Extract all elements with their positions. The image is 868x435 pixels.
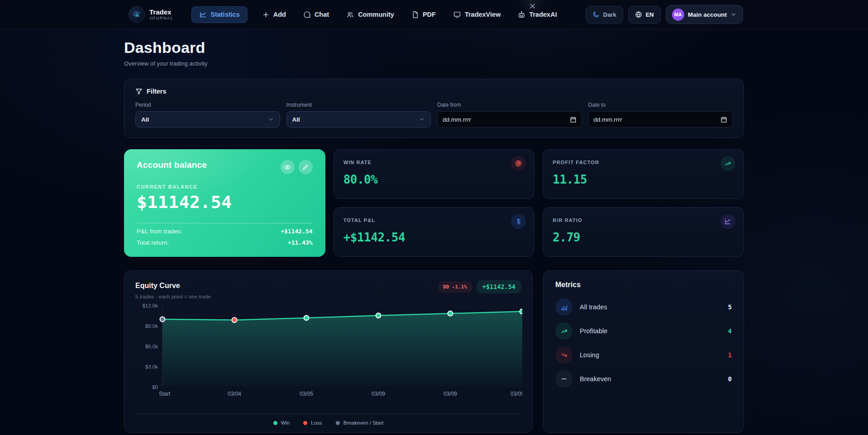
svg-text:03/05: 03/05: [300, 391, 313, 397]
nav-item-statistics[interactable]: Statistics: [191, 6, 247, 23]
nav-item-community[interactable]: Community: [343, 6, 397, 23]
svg-text:03/09: 03/09: [372, 391, 385, 397]
plus-icon: [262, 11, 270, 19]
total-pnl-card: TOTAL P&L +$1142.54: [334, 207, 535, 257]
win-rate-label: WIN RATE: [343, 160, 525, 165]
metrics-title: Metrics: [555, 281, 732, 289]
equity-curve-title: Equity Curve: [135, 282, 211, 290]
date-from-input[interactable]: dd.mm.rrrr: [437, 111, 582, 128]
total-pnl-label: TOTAL P&L: [343, 218, 525, 223]
filter-funnel-icon: [135, 88, 143, 95]
drawdown-badge: DD -1.1%: [438, 281, 472, 293]
date-from-label: Date from: [437, 102, 582, 108]
nav-item-chat[interactable]: Chat: [300, 6, 332, 23]
nav-item-pdf[interactable]: PDF: [409, 6, 439, 23]
nav-item-tradexview[interactable]: TradexView: [450, 6, 504, 23]
calendar-icon: [570, 116, 577, 123]
date-to-input[interactable]: dd.mm.rrrr: [588, 111, 733, 128]
win-dot-icon: [273, 421, 277, 425]
bottom-section: Equity Curve 5 trades · each point = one…: [124, 270, 744, 433]
calendar-icon: [720, 116, 727, 123]
account-avatar: MA: [672, 9, 684, 21]
rr-ratio-value: 2.79: [553, 231, 734, 244]
page-subtitle: Overview of your trading activity: [124, 60, 744, 67]
theme-toggle-button[interactable]: Dark: [586, 6, 623, 24]
nav-item-add[interactable]: Add: [259, 6, 289, 23]
svg-text:$6.0k: $6.0k: [145, 344, 158, 349]
period-select[interactable]: All: [135, 111, 280, 128]
win-rate-card: WIN RATE 80.0%: [334, 149, 535, 199]
top-navbar: Tradex JOURNAL Statistics Add Chat: [0, 0, 868, 29]
minus-icon: [555, 370, 572, 388]
close-icon: [529, 3, 536, 9]
total-pnl-value: +$1142.54: [343, 231, 525, 244]
pdf-file-icon: [411, 11, 419, 19]
globe-icon: [635, 11, 642, 18]
language-selector[interactable]: EN: [628, 6, 661, 24]
chat-bubble-icon: [303, 11, 311, 19]
metric-row-all-trades: All trades 5: [555, 298, 732, 316]
community-people-icon: [346, 11, 354, 19]
current-balance-value: $11142.54: [137, 192, 313, 212]
pnl-from-trades-value: +$1142.54: [281, 228, 312, 235]
chart-legend: Win Loss Breakeven / Start: [135, 414, 521, 432]
moon-icon: [592, 11, 600, 18]
legend-item-win: Win: [273, 420, 290, 426]
theme-label: Dark: [603, 11, 616, 18]
language-label: EN: [646, 11, 654, 18]
period-label: Period: [135, 102, 280, 108]
metric-row-breakeven: Breakeven 0: [555, 370, 732, 388]
chevron-down-icon: [419, 116, 425, 123]
svg-text:$9.0k: $9.0k: [145, 323, 158, 329]
account-menu-button[interactable]: MA Main account: [666, 5, 743, 24]
filters-title: Filters: [147, 88, 167, 95]
monitor-icon: [453, 11, 461, 19]
profit-factor-value: 11.15: [553, 173, 734, 186]
robot-ai-icon: [518, 11, 525, 19]
brand-logo[interactable]: Tradex JOURNAL: [129, 6, 173, 23]
toggle-balance-visibility-button[interactable]: [281, 160, 295, 174]
legend-item-loss: Loss: [303, 420, 322, 426]
svg-text:$0: $0: [152, 384, 158, 390]
svg-text:03/04: 03/04: [228, 391, 241, 397]
metric-row-losing: Losing 1: [555, 346, 732, 364]
metrics-panel: Metrics All trades 5 Profitable 4 L: [543, 270, 744, 433]
profit-factor-label: PROFIT FACTOR: [553, 160, 734, 165]
trend-up-icon: [555, 322, 572, 340]
current-balance-label: CURRENT BALANCE: [137, 184, 313, 189]
target-icon: [511, 156, 526, 171]
pnl-from-trades-label: P&L from trades:: [137, 228, 182, 235]
account-balance-card: Account balance CURRENT BALANCE $11142.5…: [124, 149, 325, 257]
trend-up-icon: [720, 156, 735, 171]
dashboard-main: Dashboard Overview of your trading activ…: [124, 39, 744, 433]
chevron-down-icon: [730, 11, 737, 18]
line-chart-icon: [720, 214, 735, 229]
eye-icon: [284, 164, 291, 171]
edit-balance-button[interactable]: [299, 160, 313, 174]
rr-ratio-card: R/R RATIO 2.79: [543, 207, 744, 257]
brand-logo-icon: [129, 6, 145, 23]
equity-curve-chart: $12.0k$9.0k$6.0k$3.0k$0Start03/0403/0503…: [135, 303, 522, 399]
dollar-icon: [511, 214, 526, 229]
pencil-icon: [302, 164, 309, 170]
balance-divider: [137, 223, 313, 223]
chevron-down-icon: [268, 116, 274, 123]
statistics-chart-icon: [199, 11, 207, 19]
filters-panel: Filters Period All Instrument All Date f…: [124, 79, 744, 138]
breakeven-dot-icon: [336, 421, 340, 425]
brand-name: Tradex: [149, 9, 173, 16]
equity-curve-card: Equity Curve 5 trades · each point = one…: [124, 270, 533, 433]
brand-subtitle: JOURNAL: [149, 16, 173, 20]
metric-row-profitable: Profitable 4: [555, 322, 732, 340]
svg-text:$3.0k: $3.0k: [145, 364, 158, 369]
svg-text:03/09: 03/09: [444, 391, 457, 397]
svg-text:03/09: 03/09: [510, 391, 522, 397]
pnl-badge: +$1142.54: [477, 280, 521, 293]
account-name: Main account: [688, 11, 727, 18]
total-return-label: Total return:: [137, 239, 169, 246]
bar-chart-icon: [555, 298, 572, 316]
instrument-select[interactable]: All: [286, 111, 431, 128]
equity-curve-subtitle: 5 trades · each point = one trade: [135, 294, 211, 299]
page-title: Dashboard: [124, 39, 744, 57]
trend-down-icon: [555, 346, 572, 364]
